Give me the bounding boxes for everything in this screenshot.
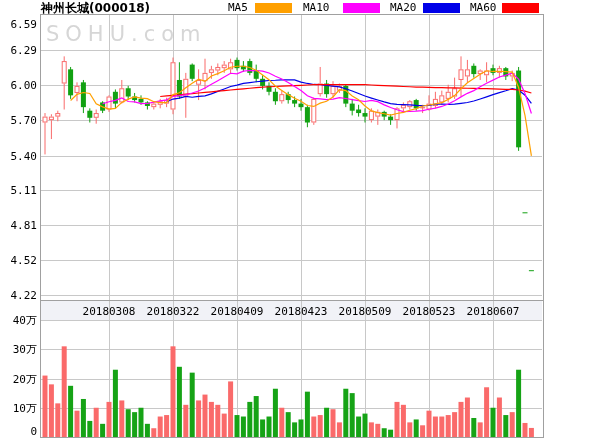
- date-tick-label: 20180322: [147, 306, 200, 317]
- price-tick-label: 5.11: [0, 184, 37, 195]
- price-tick-label: 6.29: [0, 45, 37, 56]
- price-tick-label: 4.81: [0, 220, 37, 231]
- legend-label-ma10: MA10: [303, 2, 330, 13]
- legend-label-ma60: MA60: [470, 2, 497, 13]
- price-tick-label: 6.59: [0, 19, 37, 30]
- stock-title: 神州长城(000018): [41, 0, 150, 17]
- date-tick-label: 20180607: [467, 306, 520, 317]
- volume-tick-label: 10万: [0, 402, 37, 413]
- price-tick-label: 4.22: [0, 290, 37, 301]
- legend-label-ma20: MA20: [390, 2, 417, 13]
- legend-swatch-ma5: [255, 3, 292, 13]
- price-tick-label: 4.52: [0, 254, 37, 265]
- volume-tick-label: 40万: [0, 315, 37, 326]
- volume-tick-label: 30万: [0, 344, 37, 355]
- price-tick-label: 6.00: [0, 79, 37, 90]
- kline-volume-chart-canvas: [0, 0, 600, 440]
- volume-tick-label: 0: [0, 426, 37, 437]
- legend-swatch-ma20: [423, 3, 460, 13]
- price-tick-label: 5.40: [0, 150, 37, 161]
- legend-swatch-ma10: [343, 3, 380, 13]
- legend-swatch-ma60: [502, 3, 539, 13]
- stock-kline-panel: 神州长城(000018) MA5MA10MA20MA60 SOHU.com 6.…: [0, 0, 600, 440]
- legend-label-ma5: MA5: [228, 2, 248, 13]
- price-tick-label: 5.70: [0, 115, 37, 126]
- date-tick-label: 20180423: [275, 306, 328, 317]
- volume-tick-label: 20万: [0, 373, 37, 384]
- date-tick-label: 20180509: [339, 306, 392, 317]
- date-tick-label: 20180409: [211, 306, 264, 317]
- date-tick-label: 20180523: [403, 306, 456, 317]
- date-tick-label: 20180308: [83, 306, 136, 317]
- sohu-watermark: SOHU.com: [46, 22, 207, 46]
